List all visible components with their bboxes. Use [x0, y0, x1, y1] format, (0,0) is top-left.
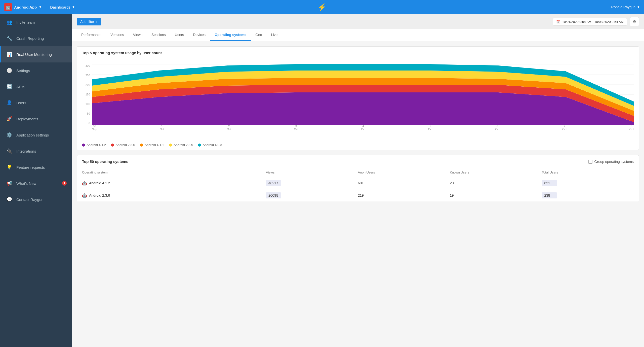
filter-bar: Add filter + 📅 10/01/2020 9:54 AM - 10/0…	[72, 14, 644, 29]
known-users-cell: 19	[450, 193, 542, 197]
sidebar-icon-feature-requests: 💡	[6, 164, 13, 171]
legend-label-android-235: Android 2.3.5	[174, 143, 193, 147]
x-label-sep30: 30Sep	[92, 125, 97, 135]
tab-views[interactable]: Views	[129, 29, 147, 41]
calendar-icon: 📅	[556, 20, 560, 24]
sidebar-label-contact-raygun: Contact Raygun	[16, 197, 44, 202]
chart-plot	[92, 64, 634, 125]
center-lightning-icon: ⚡	[318, 3, 327, 11]
table-title: Top 50 operating systems	[82, 159, 128, 164]
os-name: Android 2.3.6	[89, 193, 110, 197]
tab-devices[interactable]: Devices	[188, 29, 210, 41]
x-label-oct7: 7Oct	[562, 125, 567, 135]
sidebar-item-invite-team[interactable]: 👥 Invite team	[0, 14, 72, 30]
tab-geo[interactable]: Geo	[251, 29, 266, 41]
legend-dot-android-403	[198, 144, 201, 147]
col-header-views: Views	[266, 170, 358, 174]
tab-performance[interactable]: Performance	[77, 29, 106, 41]
os-name: Android 4.1.2	[89, 181, 110, 185]
x-label-oct2: 2Oct	[227, 125, 231, 135]
sidebar-item-contact-raygun[interactable]: 💬 Contact Raygun	[0, 191, 72, 207]
sidebar-item-settings[interactable]: ⚪ Settings	[0, 62, 72, 79]
views-value: 20098	[266, 192, 281, 198]
x-label-oct4: 4Oct	[361, 125, 365, 135]
svg-marker-7	[92, 92, 634, 125]
anon-users-value: 601	[358, 181, 364, 185]
badge-whats-new: 1	[62, 181, 67, 186]
legend-dot-android-412	[82, 144, 85, 147]
dashboards-selector[interactable]: Dashboards ▼	[50, 5, 75, 9]
sidebar-item-crash-reporting[interactable]: 🔧 Crash Reporting	[0, 30, 72, 46]
tab-operating-systems[interactable]: Operating systems	[210, 29, 251, 41]
sidebar-item-integrations[interactable]: 🔌 Integrations	[0, 143, 72, 159]
legend-label-android-411: Android 4.1.1	[145, 143, 164, 147]
date-range-selector[interactable]: 📅 10/01/2020 9:54 AM - 10/08/2020 9:54 A…	[553, 18, 627, 26]
chart-card: Top 5 operating system usage by user cou…	[77, 46, 639, 150]
chart-area: 300 250 200 150 100 50 0	[82, 64, 634, 135]
sidebar-icon-application-settings: ⚙️	[6, 131, 13, 138]
app-selector[interactable]: 🤖 Android App ▼	[4, 3, 42, 11]
content-area: Add filter + 📅 10/01/2020 9:54 AM - 10/0…	[72, 14, 644, 347]
add-filter-button[interactable]: Add filter +	[77, 18, 101, 25]
sidebar-item-application-settings[interactable]: ⚙️ Application settings	[0, 127, 72, 143]
x-label-oct6: 6Oct	[495, 125, 499, 135]
legend-android-411: Android 4.1.1	[140, 143, 164, 147]
y-label-0: 0	[89, 122, 90, 125]
sidebar-label-users: Users	[16, 101, 26, 105]
sidebar-label-whats-new: What's New	[16, 181, 36, 186]
tab-live[interactable]: Live	[267, 29, 282, 41]
legend-android-236: Android 2.3.6	[111, 143, 135, 147]
tab-versions[interactable]: Versions	[106, 29, 129, 41]
sidebar-label-invite-team: Invite team	[16, 20, 35, 24]
col-header-anon: Anon Users	[358, 170, 450, 174]
group-label: Group operating systems	[594, 160, 634, 164]
table-column-headers: Operating system Views Anon Users Known …	[77, 168, 639, 177]
sidebar-item-deployments[interactable]: 🚀 Deployments	[0, 111, 72, 127]
sidebar-item-apm[interactable]: 🔄 APM	[0, 79, 72, 95]
group-checkbox-box[interactable]	[588, 160, 592, 164]
tab-users[interactable]: Users	[170, 29, 189, 41]
user-chevron-icon: ▼	[637, 5, 640, 9]
sidebar-icon-apm: 🔄	[6, 83, 13, 90]
col-header-os: Operating system	[82, 170, 266, 174]
x-axis: 30Sep 1Oct 2Oct 3Oct 4Oct 5Oct 6Oct 7Oct…	[92, 125, 634, 135]
known-users-cell: 20	[450, 181, 542, 185]
total-users-value: 238	[542, 192, 557, 198]
dashboards-label: Dashboards	[50, 5, 70, 9]
x-label-oct8: 8Oct	[629, 125, 634, 135]
sidebar-item-whats-new[interactable]: 📢 What's New 1	[0, 175, 72, 191]
sidebar-icon-contact-raygun: 💬	[6, 196, 13, 203]
total-users-cell: 238	[542, 192, 634, 198]
sidebar-icon-crash-reporting: 🔧	[6, 35, 13, 42]
known-users-value: 20	[450, 181, 454, 185]
sidebar-item-users[interactable]: 👤 Users	[0, 95, 72, 111]
sidebar: 👥 Invite team 🔧 Crash Reporting 📊 Real U…	[0, 14, 72, 347]
y-axis: 300 250 200 150 100 50 0	[82, 64, 92, 125]
y-label-100: 100	[86, 102, 90, 106]
sidebar-label-crash-reporting: Crash Reporting	[16, 36, 44, 41]
tab-sessions[interactable]: Sessions	[147, 29, 170, 41]
anon-users-cell: 601	[358, 181, 450, 185]
user-selector[interactable]: Ronald Raygun ▼	[611, 5, 640, 9]
main-layout: 👥 Invite team 🔧 Crash Reporting 📊 Real U…	[0, 14, 644, 347]
y-label-150: 150	[86, 93, 90, 96]
gear-icon: ⚙	[633, 19, 636, 24]
chart-legend: Android 4.1.2 Android 2.3.6 Android 4.1.…	[77, 140, 639, 150]
scroll-content: Top 5 operating system usage by user cou…	[72, 41, 644, 347]
total-users-cell: 621	[542, 180, 634, 186]
y-label-300: 300	[86, 64, 90, 67]
dashboards-chevron-icon: ▼	[72, 5, 75, 9]
anon-users-cell: 219	[358, 193, 450, 197]
legend-dot-android-235	[169, 144, 172, 147]
views-cell: 48217	[266, 180, 358, 186]
add-filter-label: Add filter	[80, 20, 94, 24]
sidebar-item-real-user-monitoring[interactable]: 📊 Real User Monitoring	[0, 46, 72, 62]
settings-button[interactable]: ⚙	[630, 17, 639, 26]
col-header-total: Total Users	[542, 170, 634, 174]
group-checkbox[interactable]: Group operating systems	[588, 160, 634, 164]
tabs-bar: PerformanceVersionsViewsSessionsUsersDev…	[72, 29, 644, 41]
sidebar-label-application-settings: Application settings	[16, 133, 49, 137]
sidebar-item-feature-requests[interactable]: 💡 Feature requests	[0, 159, 72, 175]
legend-label-android-412: Android 4.1.2	[87, 143, 106, 147]
legend-android-403: Android 4.0.3	[198, 143, 222, 147]
